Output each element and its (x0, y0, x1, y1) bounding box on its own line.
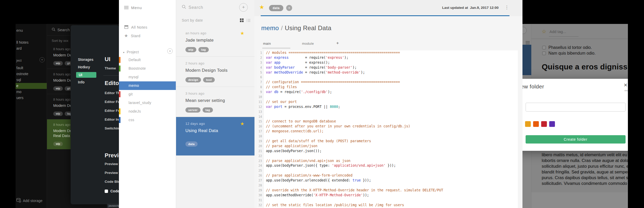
settings-code-block-checkbox[interactable]: Code Block (105, 189, 119, 193)
dark-folder-item[interactable]: sql (16, 77, 47, 83)
star-icon[interactable]: ★ (240, 30, 244, 36)
dark-folder-item[interactable]: uers (16, 95, 47, 101)
background-app-window-right: ☆ Add tag... Phasellus id tortor odio.Na… (522, 24, 628, 208)
folder-color-swatches (525, 121, 555, 127)
database-plus-icon (16, 198, 21, 204)
settings-item[interactable]: Code Block Theme (105, 180, 119, 184)
sidebar-folder-Boostnote[interactable]: Boostnote (119, 64, 176, 73)
breadcrumb-folder[interactable]: memo (261, 24, 279, 31)
code-line: 1// modules ============================… (257, 50, 518, 55)
note-card[interactable]: 2 hours agoModern Design Toolsdesigntool (176, 57, 255, 87)
tab-module[interactable]: module (302, 42, 314, 46)
code-line: 9var db = require('./config/db'); (257, 90, 518, 95)
kebab-menu-icon[interactable]: ⋮ (505, 5, 509, 10)
code-line: 8// config files (257, 85, 518, 90)
color-swatch[interactable] (549, 121, 555, 127)
new-note-button[interactable]: + (239, 3, 248, 12)
settings-item[interactable]: Editor Font Family (105, 109, 119, 113)
dark-add-folder-button[interactable]: + (39, 57, 45, 62)
add-folder-button[interactable]: + (167, 48, 173, 54)
note-title: Jade template (185, 38, 251, 43)
menu-button[interactable]: Menu (124, 5, 142, 10)
star-toggle-icon[interactable]: ★ (259, 4, 264, 11)
color-swatch[interactable] (525, 121, 531, 127)
folder-color-bar (119, 117, 120, 123)
color-swatch[interactable] (533, 121, 539, 127)
add-tag-button[interactable]: + (286, 5, 292, 11)
sidebar-folder-git[interactable]: git (119, 90, 176, 99)
settings-nav-ui[interactable]: UI (76, 72, 96, 78)
dark-note-tag: wip (53, 86, 63, 91)
sort-selector[interactable]: Sort by date (182, 18, 203, 22)
line-number: 2 (257, 55, 264, 60)
dark-folder-item[interactable]: e (16, 83, 47, 89)
code-line: 32// set the static files location /publ… (257, 203, 518, 208)
note-card[interactable]: 3 hours agoMean server settingservertag (176, 87, 255, 117)
close-icon[interactable]: × (624, 81, 627, 89)
archive-icon (124, 25, 129, 30)
sidebar-item-starred[interactable]: ★ Stard (124, 31, 147, 40)
dark-folder-item[interactable]: fault (16, 65, 47, 71)
line-number: 20 (257, 144, 264, 149)
search-input[interactable]: Search (182, 5, 203, 10)
dark-menu-label[interactable]: enu (16, 28, 23, 32)
line-number: 5 (257, 70, 264, 75)
code-editor[interactable]: 1// modules ============================… (257, 50, 518, 208)
code-line: 25 (257, 168, 518, 173)
folder-label: laravel_study (129, 101, 151, 105)
dark-add-storage-button[interactable]: Add storage (16, 198, 43, 204)
code-line: 14 (257, 114, 518, 119)
settings-item-theme[interactable]: Theme (105, 66, 116, 70)
star-icon[interactable]: ★ (240, 121, 244, 127)
folder-label: Default (129, 58, 141, 62)
note-tag-badge[interactable]: data (269, 5, 283, 11)
code-line: 16// (uncomment after you enter in your … (257, 124, 518, 129)
settings-overlay: StoragesHotkeyUIInfo UI Theme Editor Edi… (71, 25, 119, 204)
code-line: 12var port = process.env.PORT || 8080; (257, 105, 518, 109)
code-line: 3var app = express(); (257, 60, 518, 65)
list-view-icon[interactable] (246, 18, 250, 23)
settings-section-editor-title: Editor (105, 80, 119, 87)
dark-note-tag: wip (53, 61, 63, 66)
create-folder-button[interactable]: Create folder (526, 135, 626, 144)
dark-sidebar-item[interactable]: ard (16, 46, 29, 51)
sidebar-folder-nodeJs[interactable]: nodeJs (119, 107, 176, 116)
line-number: 17 (257, 129, 264, 134)
sidebar-folder-css[interactable]: css (119, 116, 176, 124)
line-number: 7 (257, 80, 264, 85)
note-title: Using Real Data (185, 128, 251, 133)
settings-item[interactable]: Editor Theme (105, 91, 119, 95)
dark-project-label: ject (16, 58, 22, 62)
color-swatch[interactable] (541, 121, 547, 127)
dark-folder-item[interactable]: ostnote (16, 71, 47, 77)
dark-search-label: Search (57, 28, 70, 32)
code-line: 18 (257, 134, 518, 139)
line-number: 24 (257, 163, 264, 168)
code-line: 15// connect to our mongoDB database (257, 119, 518, 124)
dark-sidebar-item[interactable]: ll Notes (16, 40, 29, 46)
add-snippet-tab-button[interactable]: + (336, 41, 339, 46)
project-group-toggle[interactable]: ▾ Project (123, 50, 139, 54)
sidebar-folder-laravel_study[interactable]: laravel_study (119, 99, 176, 107)
settings-item[interactable]: Editor Indent Size (105, 118, 119, 121)
sidebar-folder-mysql[interactable]: mysql (119, 73, 176, 81)
settings-item[interactable]: Editor Font Size (105, 100, 119, 104)
grid-view-icon[interactable] (240, 18, 244, 23)
sidebar-item-all-notes[interactable]: All Notes (124, 23, 147, 31)
tab-main[interactable]: main (263, 42, 271, 46)
folder-label: mysql (129, 75, 139, 79)
sidebar-folder-Default[interactable]: Default (119, 56, 176, 64)
folder-name-input[interactable] (526, 103, 626, 112)
line-number: 19 (257, 139, 264, 144)
search-placeholder: Search (189, 5, 203, 10)
note-title[interactable]: Using Real Data (285, 24, 331, 31)
settings-section-ui-title: UI (105, 56, 110, 63)
code-line: 23// parse application/vnd.api+json as j… (257, 159, 518, 164)
settings-item[interactable]: Preview Font Size (105, 162, 119, 166)
sidebar-folder-memo[interactable]: memo (119, 81, 176, 90)
dark-folder-item[interactable]: mo (16, 89, 47, 95)
settings-item[interactable]: Switching Preview (105, 126, 119, 130)
note-card[interactable]: an hours ago★Jade templatewiptag (176, 27, 255, 57)
settings-item[interactable]: Preview Font Family (105, 171, 119, 175)
note-card[interactable]: 12 days ago★Using Real Datadata (176, 117, 255, 155)
